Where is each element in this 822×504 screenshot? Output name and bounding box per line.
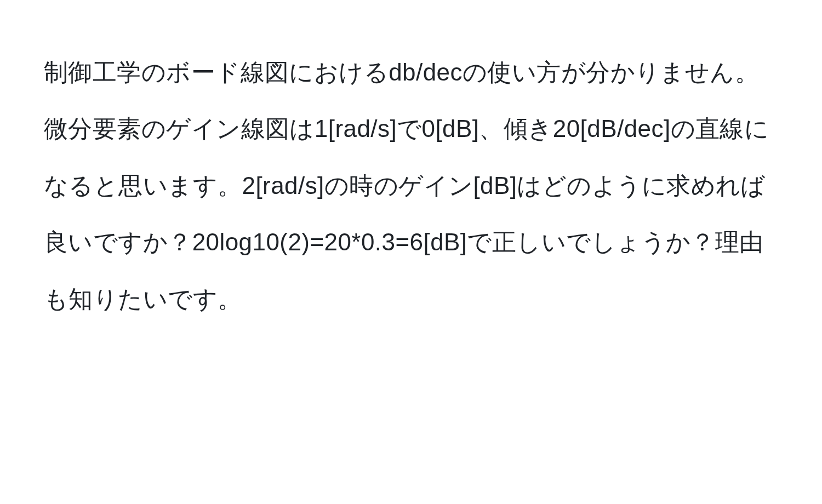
question-paragraph: 制御工学のボード線図におけるdb/decの使い方が分かりません。微分要素のゲイン… — [44, 44, 778, 327]
